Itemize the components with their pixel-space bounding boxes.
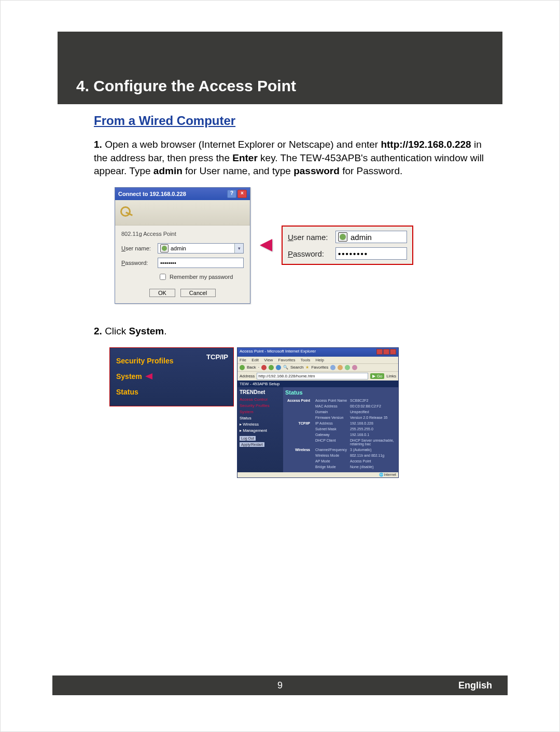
cancel-button[interactable]: Cancel xyxy=(180,289,216,297)
apply-button[interactable]: Apply/Restart xyxy=(240,442,264,447)
footer-language: English xyxy=(458,680,492,691)
nav-access-control[interactable]: Access Control xyxy=(240,397,281,402)
history-icon[interactable] xyxy=(338,365,343,370)
browser-window: Access Point - Microsoft Internet Explor… xyxy=(237,347,399,478)
close-icon[interactable]: × xyxy=(237,190,247,198)
sidebar-item-status[interactable]: Status xyxy=(116,384,228,400)
close-icon[interactable] xyxy=(390,349,396,355)
key-icon xyxy=(119,205,134,220)
dialog-realm: 802.11g Access Point xyxy=(121,231,244,237)
back-icon[interactable] xyxy=(240,365,245,370)
arrow-left-icon xyxy=(260,239,272,251)
search-icon[interactable]: 🔍 xyxy=(283,365,288,370)
go-button[interactable]: ▶ Go xyxy=(370,373,384,379)
step-1: 1. Open a web browser (Internet Explorer… xyxy=(94,138,487,178)
callout-pass-value: •••••••• xyxy=(335,247,407,260)
forward-icon[interactable]: · xyxy=(258,365,259,370)
sidebar-item-system[interactable]: System xyxy=(116,369,228,384)
media-icon[interactable] xyxy=(330,365,335,370)
nav-wireless[interactable]: ▸ Wireless xyxy=(240,422,281,427)
callout-pass-label: Password: xyxy=(288,249,335,258)
dialog-key-art xyxy=(115,200,250,226)
browser-toolbar: Back · 🔍 Search ★ Favorites xyxy=(237,363,398,372)
page-number: 9 xyxy=(277,680,283,691)
browser-menubar: File Edit View Favorites Tools Help xyxy=(237,357,398,363)
address-bar: Address http://192.168.0.228/home.htm ▶ … xyxy=(237,372,398,381)
remember-checkbox-box[interactable] xyxy=(160,274,166,280)
browser-sidebar: TRENDnet Access Control Security Profile… xyxy=(237,387,283,472)
brand-logo: TRENDnet xyxy=(240,389,281,395)
nav-system[interactable]: System xyxy=(240,410,281,414)
auth-dialog: Connect to 192.168.0.228 ? × 802.11g Acc… xyxy=(115,187,250,304)
password-label: Password: xyxy=(121,260,158,266)
dialog-titlebar: Connect to 192.168.0.228 ? × xyxy=(115,188,250,200)
chevron-down-icon[interactable]: ▾ xyxy=(234,244,243,253)
help-icon[interactable]: ? xyxy=(227,190,236,198)
username-label: User name: xyxy=(121,245,158,251)
password-input[interactable]: •••••••• xyxy=(158,258,244,268)
page-footer: 9 English xyxy=(52,675,508,695)
nav-status[interactable]: Status xyxy=(240,416,281,420)
favorites-icon[interactable]: ★ xyxy=(305,365,309,370)
browser-statusbar: 🌐 Internet xyxy=(237,472,398,477)
subhead-wired: From a Wired Computer xyxy=(94,114,487,128)
refresh-icon[interactable] xyxy=(269,365,274,370)
dialog-title-text: Connect to 192.168.0.228 xyxy=(118,191,186,197)
menu-favorites[interactable]: Favorites xyxy=(278,358,296,362)
stop-icon[interactable] xyxy=(261,365,267,370)
internet-zone-icon: 🌐 xyxy=(379,473,384,477)
status-heading: Status xyxy=(285,389,396,396)
callout-user-value: admin xyxy=(335,231,407,243)
sidebar-item-security-profiles[interactable]: Security Profiles xyxy=(116,353,206,369)
menu-view[interactable]: View xyxy=(264,358,273,362)
section-banner: 4. Configure the Access Point xyxy=(58,32,502,104)
browser-titlebar: Access Point - Microsoft Internet Explor… xyxy=(237,348,398,357)
tcpip-label: TCP/IP xyxy=(206,353,228,361)
mail-icon[interactable] xyxy=(345,365,350,370)
window-buttons xyxy=(376,349,396,356)
browser-main: Status Access PointAccess Point NameSCB8… xyxy=(283,387,398,472)
step-2: 2. Click System. xyxy=(94,325,487,338)
url-input[interactable]: http://192.168.0.228/home.htm xyxy=(257,373,368,379)
menu-help[interactable]: Help xyxy=(316,358,324,362)
logout-button[interactable]: Log Out xyxy=(240,436,256,441)
step2-num: 2. xyxy=(94,326,102,336)
callout-user-label: User name: xyxy=(288,233,335,242)
status-table: Access PointAccess Point NameSCB8C2F2 MA… xyxy=(285,397,396,470)
credentials-callout: User name: admin Password: •••••••• xyxy=(282,226,413,265)
person-icon xyxy=(160,244,169,252)
step1-num: 1. xyxy=(94,139,102,150)
remember-checkbox[interactable]: Remember my password xyxy=(158,272,244,281)
minimize-icon[interactable] xyxy=(376,349,383,355)
maximize-icon[interactable] xyxy=(383,349,389,355)
sidebar-callout: TCP/IP Security Profiles System Status xyxy=(109,347,234,406)
username-input[interactable]: admin ▾ xyxy=(158,243,244,254)
menu-file[interactable]: File xyxy=(240,358,246,362)
arrow-left-icon xyxy=(145,373,152,379)
nav-security-profiles[interactable]: Security Profiles xyxy=(240,403,281,408)
home-icon[interactable] xyxy=(276,365,281,370)
setup-bar: TEW - 453APB Setup xyxy=(237,381,398,387)
ok-button[interactable]: OK xyxy=(149,289,175,297)
menu-edit[interactable]: Edit xyxy=(251,358,259,362)
nav-management[interactable]: ▸ Management xyxy=(240,428,281,433)
banner-title: 4. Configure the Access Point xyxy=(76,77,296,95)
print-icon[interactable] xyxy=(352,365,357,370)
menu-tools[interactable]: Tools xyxy=(301,358,311,362)
person-icon xyxy=(338,232,347,242)
